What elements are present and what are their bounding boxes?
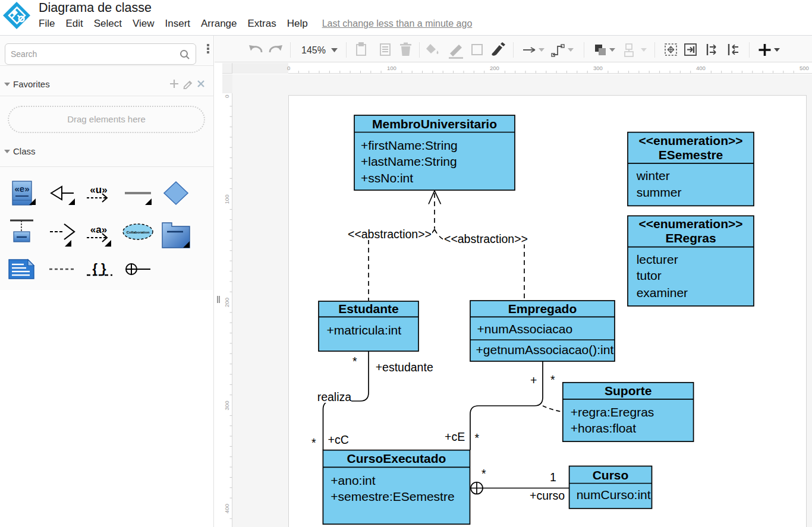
svg-text:MembroUniversitario: MembroUniversitario: [372, 117, 497, 131]
svg-text:200: 200: [490, 65, 499, 71]
svg-text:{ }: { }: [92, 261, 106, 276]
svg-text:+matricula:int: +matricula:int: [327, 323, 402, 337]
svg-text:<<abstraction>>: <<abstraction>>: [348, 228, 432, 241]
svg-text:Empregado: Empregado: [508, 302, 577, 315]
svg-text:300: 300: [593, 65, 603, 71]
svg-text:*: *: [550, 373, 555, 386]
svg-text:lecturer: lecturer: [637, 253, 678, 266]
svg-text:Estudante: Estudante: [338, 302, 399, 315]
svg-text:ESemestre: ESemestre: [659, 148, 723, 162]
svg-text:<<enumeration>>: <<enumeration>>: [638, 217, 742, 231]
svg-text:*: *: [481, 467, 486, 480]
svg-text:100: 100: [224, 195, 230, 204]
svg-text:100: 100: [387, 65, 396, 71]
svg-text:Collaboration: Collaboration: [127, 231, 150, 234]
svg-text:«a»: «a»: [90, 224, 107, 235]
svg-text:<<enumeration>>: <<enumeration>>: [638, 134, 742, 147]
svg-text:500: 500: [800, 65, 809, 71]
svg-text:400: 400: [696, 65, 706, 71]
svg-text:+getnumAssociacao():int: +getnumAssociacao():int: [476, 343, 614, 356]
svg-text:Curso: Curso: [593, 468, 629, 482]
svg-text:«e»: «e»: [14, 184, 29, 194]
svg-text:+cC: +cC: [328, 433, 349, 446]
svg-text:+regra:Eregras: +regra:Eregras: [571, 405, 654, 419]
svg-text:+cE: +cE: [445, 430, 465, 443]
svg-text:1: 1: [550, 471, 556, 484]
svg-text:+ssNo:int: +ssNo:int: [361, 171, 413, 185]
svg-text:+firstName:String: +firstName:String: [361, 138, 458, 152]
svg-text:400: 400: [224, 504, 230, 513]
svg-text:summer: summer: [637, 185, 682, 199]
svg-text:0: 0: [287, 65, 290, 71]
svg-text:145%: 145%: [301, 45, 326, 55]
svg-text:300: 300: [224, 401, 230, 411]
svg-text:+: +: [530, 374, 537, 387]
svg-text:+semestre:ESemestre: +semestre:ESemestre: [331, 490, 454, 503]
svg-text:+curso: +curso: [530, 489, 565, 502]
svg-text:«u»: «u»: [90, 184, 107, 195]
svg-text:CursoExecutado: CursoExecutado: [347, 452, 446, 465]
svg-text:tutor: tutor: [637, 269, 662, 282]
svg-text:*: *: [475, 431, 480, 444]
svg-text:+estudante: +estudante: [376, 361, 433, 374]
svg-text:+horas:float: +horas:float: [571, 421, 636, 435]
svg-text:*: *: [311, 436, 316, 449]
svg-text:examiner: examiner: [637, 286, 688, 299]
svg-text:ERegras: ERegras: [665, 231, 716, 245]
svg-text:+ano:int: +ano:int: [331, 474, 375, 487]
svg-text:realiza: realiza: [317, 390, 352, 403]
svg-text:winter: winter: [636, 169, 670, 182]
svg-text:Suporte: Suporte: [605, 384, 652, 397]
svg-text:0: 0: [224, 94, 230, 97]
svg-text:numCurso:int: numCurso:int: [577, 488, 651, 501]
svg-text:*: *: [353, 355, 357, 368]
svg-text:200: 200: [224, 298, 230, 307]
svg-text:+numAssociacao: +numAssociacao: [477, 322, 573, 336]
svg-text:+lastName:String: +lastName:String: [361, 154, 457, 168]
svg-text:<<abstraction>>: <<abstraction>>: [444, 232, 528, 245]
